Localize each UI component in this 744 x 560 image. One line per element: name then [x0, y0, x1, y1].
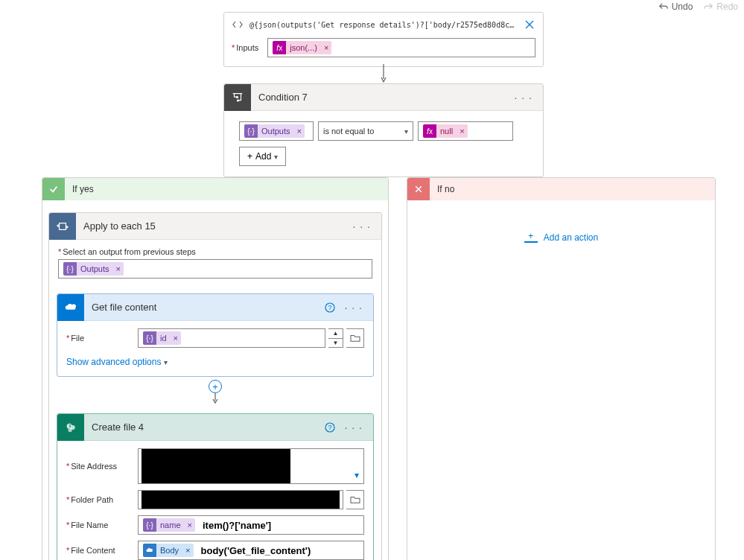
stepper-up[interactable]: ▲: [328, 329, 343, 339]
get-file-menu[interactable]: · · ·: [342, 302, 366, 314]
onedrive-icon: [57, 294, 84, 321]
add-action-label: Add an action: [544, 232, 598, 243]
apply-to-each-card: Apply to each 15 · · · *Select an output…: [48, 212, 382, 560]
get-file-header[interactable]: Get file content ? · · ·: [57, 294, 373, 321]
chevron-down-icon: ▾: [274, 153, 278, 161]
file-name-input[interactable]: {·} name × item()?['name']: [138, 515, 364, 535]
apply-menu[interactable]: · · ·: [350, 220, 374, 232]
operator-value: is not equal to: [323, 127, 375, 136]
svg-rect-2: [237, 99, 239, 101]
file-content-input[interactable]: Body × body('Get_file_content'): [138, 541, 364, 560]
dynamic-content-icon: {·}: [143, 518, 156, 532]
create-file-title: Create file 4: [92, 421, 324, 433]
condition-right-input[interactable]: fx null ×: [418, 121, 513, 141]
redo-label: Redo: [716, 1, 738, 12]
get-file-title: Get file content: [92, 302, 324, 313]
condition-header[interactable]: Condition 7 · · ·: [224, 84, 543, 111]
redacted-value: [142, 491, 340, 509]
expression-text: @{json(outputs('Get_response_details')?[…: [249, 21, 518, 29]
body-token[interactable]: Body ×: [143, 544, 194, 557]
close-expression-icon[interactable]: [524, 19, 535, 31]
plus-icon: +: [247, 151, 252, 162]
token-remove-icon[interactable]: ×: [185, 521, 195, 529]
token-remove-icon[interactable]: ×: [171, 334, 181, 343]
create-file-menu[interactable]: · · ·: [342, 421, 366, 433]
add-action-button[interactable]: Add an action: [524, 232, 598, 243]
connector-arrow-icon: [213, 393, 217, 406]
file-input[interactable]: {·} id ×: [138, 328, 325, 348]
loop-icon: [49, 213, 76, 240]
condition-menu[interactable]: · · ·: [512, 92, 535, 104]
chevron-down-icon: ▾: [164, 358, 168, 366]
connector-arrow: [381, 64, 386, 83]
create-file-card: S Create file 4 ? · · · *Site Address: [57, 413, 374, 560]
add-action-icon: [524, 232, 538, 243]
file-content-expression: body('Get_file_content'): [201, 545, 311, 556]
undo-label: Undo: [672, 1, 693, 12]
stepper-down[interactable]: ▼: [328, 339, 343, 348]
svg-text:?: ?: [328, 304, 331, 311]
folder-picker-icon[interactable]: [346, 490, 364, 509]
inputs-label: *Inputs: [232, 43, 258, 52]
add-label: Add: [255, 151, 271, 162]
folder-picker-icon[interactable]: [346, 328, 364, 348]
help-icon[interactable]: ?: [324, 302, 336, 314]
compose-card: @{json(outputs('Get_response_details')?[…: [223, 12, 544, 67]
file-content-label: *File Content: [66, 546, 130, 555]
create-file-header[interactable]: S Create file 4 ? · · ·: [57, 414, 373, 441]
stepper[interactable]: ▲ ▼: [328, 328, 343, 348]
id-token[interactable]: {·} id ×: [143, 331, 181, 345]
condition-icon: [224, 84, 251, 111]
if-no-header: If no: [407, 178, 715, 200]
outputs-token[interactable]: {·} Outputs ×: [244, 124, 305, 138]
site-address-label: *Site Address: [66, 462, 130, 471]
file-name-expression: item()?['name']: [203, 520, 271, 531]
help-icon[interactable]: ?: [324, 421, 336, 433]
close-icon: [407, 178, 430, 200]
apply-select-input[interactable]: {·} Outputs ×: [58, 259, 372, 279]
dynamic-content-icon: {·}: [244, 124, 258, 138]
token-remove-icon[interactable]: ×: [113, 264, 124, 273]
code-icon: [232, 19, 244, 31]
insert-step: +: [57, 380, 374, 406]
name-token[interactable]: {·} name ×: [143, 518, 195, 532]
fx-icon: fx: [273, 41, 286, 54]
if-no-label: If no: [437, 184, 454, 194]
condition-operator-select[interactable]: is not equal to ▾: [318, 121, 413, 141]
fx-json-token[interactable]: fx json(...) ×: [273, 41, 331, 54]
dynamic-content-icon: {·}: [143, 331, 156, 345]
chevron-down-icon: ▾: [404, 127, 408, 136]
onedrive-icon: [143, 544, 156, 557]
add-condition-button[interactable]: + Add ▾: [239, 147, 286, 166]
condition-branches: If yes Apply to each 15 · · · *Select an…: [42, 177, 716, 560]
check-icon: [42, 178, 65, 200]
chevron-down-icon[interactable]: ▾: [354, 470, 359, 480]
svg-point-8: [68, 427, 71, 431]
undo-button[interactable]: Undo: [658, 1, 693, 12]
folder-path-input[interactable]: [138, 490, 343, 509]
insert-step-button[interactable]: +: [209, 380, 222, 393]
dynamic-content-icon: {·}: [63, 262, 77, 276]
condition-left-input[interactable]: {·} Outputs ×: [239, 121, 314, 141]
site-address-input[interactable]: ▾: [138, 448, 364, 484]
file-name-label: *File Name: [66, 521, 130, 529]
show-advanced-toggle[interactable]: Show advanced options ▾: [66, 357, 168, 372]
token-remove-icon[interactable]: ×: [321, 43, 331, 52]
apply-to-each-header[interactable]: Apply to each 15 · · ·: [49, 213, 381, 240]
redacted-value: [142, 449, 290, 483]
condition-card: Condition 7 · · · {·} Outputs × is not e…: [223, 83, 544, 177]
undo-icon: [658, 1, 669, 12]
token-remove-icon[interactable]: ×: [182, 546, 193, 555]
token-remove-icon[interactable]: ×: [294, 127, 305, 136]
if-yes-label: If yes: [72, 184, 94, 194]
top-toolbar: Undo Redo: [658, 1, 738, 12]
outputs-token[interactable]: {·} Outputs ×: [63, 262, 124, 276]
condition-title: Condition 7: [258, 92, 512, 103]
if-yes-branch: If yes Apply to each 15 · · · *Select an…: [42, 177, 389, 560]
apply-title: Apply to each 15: [83, 220, 350, 232]
svg-rect-1: [236, 96, 238, 98]
fx-null-token[interactable]: fx null ×: [423, 124, 468, 138]
redo-button[interactable]: Redo: [703, 1, 738, 12]
token-remove-icon[interactable]: ×: [457, 127, 467, 136]
compose-inputs-field[interactable]: fx json(...) ×: [267, 38, 535, 57]
